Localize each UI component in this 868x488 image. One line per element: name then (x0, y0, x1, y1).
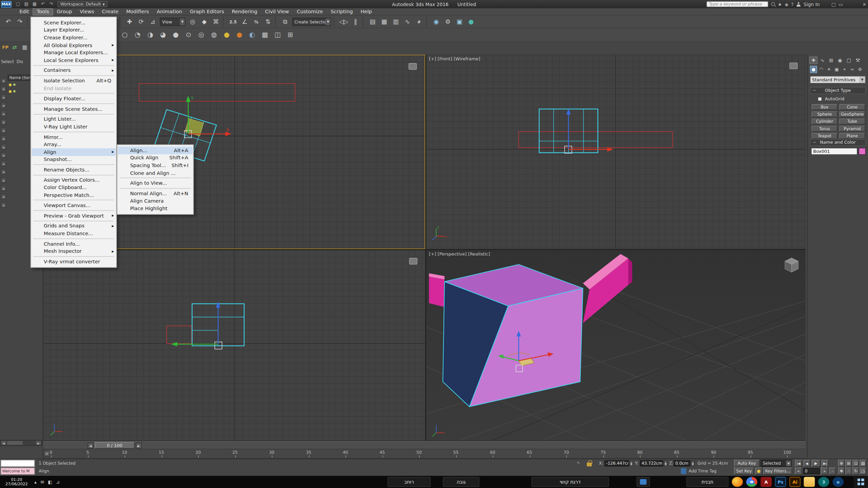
scroll-thumb[interactable] (7, 441, 23, 445)
menubar-item-animation[interactable]: Animation (153, 8, 186, 15)
object-color-swatch[interactable] (859, 148, 866, 155)
schematic-view-icon[interactable]: # (414, 16, 425, 27)
edit-named-selections-icon[interactable]: ⧉ (279, 16, 291, 27)
taskbar-window-תבנית[interactable]: תבנית (686, 477, 728, 487)
workspace-selector[interactable]: Workspace: Default▼ (58, 1, 107, 7)
maxscript-listener-pink[interactable]: Welcome to M (1, 468, 35, 475)
edge-icon[interactable]: e (833, 477, 844, 487)
hierarchy-tab[interactable]: ⊞ (827, 57, 835, 64)
tools-menu-item-layer-explorer[interactable]: Layer Explorer... (32, 26, 116, 34)
sphere-dotted-icon[interactable]: ◍ (208, 29, 220, 41)
ruler-tick[interactable]: 55 (450, 450, 462, 458)
z-coord-field[interactable]: 0.0cm (674, 460, 690, 466)
ruler-tick[interactable]: 50 (413, 450, 425, 458)
tools-menu-item-align[interactable]: Align▸ (32, 148, 116, 156)
time-slider[interactable]: ◀ 0 / 100 ▶ (43, 441, 805, 449)
taskbar-window-גובה[interactable]: גובה (443, 477, 479, 487)
tools-menu-item-mirror[interactable]: Mirror... (32, 133, 116, 141)
brush-preset-icon-4[interactable]: ◕ (157, 29, 169, 41)
mirror-icon[interactable]: ◁▷ (338, 16, 350, 27)
x-spinner[interactable]: ▲▼ (629, 460, 633, 466)
walk-through-icon[interactable]: ∴ (845, 468, 852, 475)
ruler-tick[interactable]: 100 (781, 450, 793, 458)
ruler-tick[interactable]: 10 (118, 450, 131, 458)
align-icon[interactable]: ∥ (350, 16, 361, 27)
x-coord-field[interactable]: -126.447cm (605, 460, 629, 466)
z-spinner[interactable]: ▲▼ (691, 460, 695, 466)
viewport-front[interactable]: [+] [Front] [Wireframe] (426, 55, 805, 249)
menubar-item-modifiers[interactable]: Modifiers (122, 8, 153, 15)
sphere-ring-icon[interactable]: ◎ (195, 29, 207, 41)
ruler-tick[interactable]: 65 (524, 450, 536, 458)
menubar-item-civil-view[interactable]: Civil View (261, 8, 293, 15)
scene-explorer-toggle-icon[interactable]: ▥ (390, 16, 401, 27)
scene-explorer-row[interactable] (9, 82, 16, 87)
align-menu-item-normal-align[interactable]: Normal Align...Alt+N (118, 190, 193, 197)
viewport-label[interactable]: [+] [Perspective] [Realistic] (429, 252, 490, 257)
undo-quick-icon[interactable]: ↶ (39, 1, 46, 7)
object-button-tube[interactable]: Tube (839, 118, 865, 124)
tools-menu-item-preview-grab-viewport[interactable]: Preview - Grab Viewport▸ (32, 212, 116, 219)
menubar-item-rendering[interactable]: Rendering (228, 8, 261, 15)
tools-menu-item-v-ray-light-lister[interactable]: V-Ray Light Lister (32, 123, 116, 130)
previous-frame-icon[interactable]: ◀ (803, 460, 810, 467)
object-button-teapot[interactable]: Teapot (811, 133, 837, 139)
dock-strip-button[interactable]: ▪ (1, 78, 7, 84)
track-bar[interactable]: ≡ 05101520253035404550556065707580859095… (43, 449, 805, 459)
go-to-end-icon[interactable]: ▶| (822, 460, 829, 467)
redo-icon[interactable]: ↷ (14, 16, 25, 27)
selected-box-solid[interactable] (443, 264, 583, 407)
named-selection-combo[interactable]: Create Selection Se▼ (292, 17, 331, 25)
name-color-rollout[interactable]: −Name and Color (810, 139, 866, 146)
dock-strip-button[interactable]: ▪ (1, 86, 7, 92)
taskbar-window-רוחב[interactable]: רוחב (388, 477, 431, 487)
object-type-rollout[interactable]: −Object Type (810, 87, 866, 94)
tools-menu-item-measure-distance[interactable]: Measure Distance... (32, 230, 116, 237)
key-mode-dropdown[interactable]: Selected▼ (761, 460, 791, 467)
align-menu-item-place-highlight[interactable]: Place Highlight (118, 205, 193, 212)
systems-category[interactable]: ⚙ (856, 66, 864, 73)
photoshop-icon[interactable]: Ps (775, 477, 786, 487)
tools-menu-item-containers[interactable]: Containers▸ (32, 67, 116, 74)
selection-lock-icon[interactable] (587, 463, 592, 466)
undo-icon[interactable]: ↶ (3, 16, 14, 27)
curve-editor-icon[interactable]: ∿ (402, 16, 413, 27)
menubar-item-customize[interactable]: Customize (293, 8, 327, 15)
search-input[interactable] (706, 1, 768, 7)
next-frame-icon[interactable]: ▶ (136, 443, 142, 449)
material-editor-icon[interactable]: ◉ (431, 16, 442, 27)
sign-in-button[interactable]: Sign In (804, 1, 820, 7)
align-menu-item-align-camera[interactable]: Align Camera (118, 197, 193, 205)
angle-snap-icon[interactable]: ∠ (239, 16, 250, 27)
menubar-item-group[interactable]: Group (53, 8, 76, 15)
checker-icon[interactable]: ◫ (272, 29, 283, 41)
tools-menu-item-channel-info[interactable]: Channel Info... (32, 240, 116, 247)
ribbon-toggle-icon[interactable]: ▦ (379, 16, 390, 27)
ruler-tick[interactable]: 40 (339, 450, 352, 458)
reference-coordinate-combo[interactable]: View▼ (160, 17, 185, 25)
menubar-item-edit[interactable]: Edit (16, 8, 33, 15)
tools-menu-item-isolate-selection[interactable]: Isolate SelectionAlt+Q (32, 77, 116, 84)
tools-menu-item-rename-objects[interactable]: Rename Objects... (32, 166, 116, 174)
layer-manager-icon[interactable]: ▤ (367, 16, 378, 27)
dock-strip-button[interactable]: ▪ (1, 160, 7, 166)
key-step-back-icon[interactable]: « (795, 468, 802, 475)
tools-menu-item-mesh-inspector[interactable]: Mesh Inspector▸ (32, 248, 116, 255)
subcategory-dropdown[interactable]: Standard Primitives▼ (810, 76, 866, 84)
scene-explorer-row[interactable] (9, 88, 16, 94)
sphere-blue-icon[interactable]: ◐ (246, 29, 258, 41)
save-file-icon[interactable]: ▦ (31, 1, 38, 7)
communication-center-icon[interactable]: ◈ (785, 1, 788, 7)
plus-grid-icon[interactable]: ⊞ (284, 29, 296, 41)
ruler-tick[interactable]: 70 (560, 450, 572, 458)
volume-tray-icon[interactable]: ◧ (48, 480, 52, 485)
explorer-icon[interactable] (804, 477, 815, 487)
current-frame-field[interactable]: 0 (803, 468, 820, 474)
percent-snap-icon[interactable]: % (251, 16, 262, 27)
modify-tab[interactable]: ∿ (818, 57, 826, 64)
object-button-box[interactable]: Box (811, 104, 837, 110)
add-time-tag[interactable]: Add Time Tag (689, 469, 716, 474)
tools-menu-item-scene-explorer[interactable]: Scene Explorer... (32, 19, 116, 26)
align-menu-item-spacing-tool[interactable]: Spacing Tool...Shift+I (118, 162, 193, 169)
object-button-torus[interactable]: Torus (811, 126, 837, 132)
